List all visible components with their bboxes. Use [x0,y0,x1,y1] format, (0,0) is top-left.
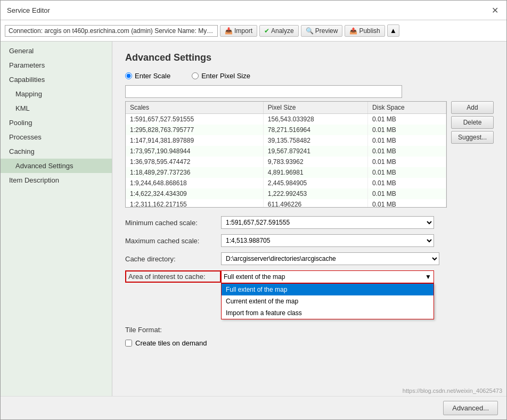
sidebar-item-capabilities[interactable]: Capabilities [1,72,112,87]
scale-cell: 1:18,489,297.737236 [126,167,263,178]
collapse-button[interactable]: ▲ [387,24,399,37]
col-scales: Scales [126,102,263,114]
disk-cell: 0.01 MB [368,135,446,146]
toolbar: Connection: arcgis on t460p.esrichina.co… [1,20,506,42]
pixel-cell: 156,543.033928 [263,114,367,125]
area-dropdown-chevron-icon: ▼ [425,273,431,281]
enter-pixel-option[interactable]: Enter Pixel Size [192,72,250,80]
suggest-button[interactable]: Suggest... [451,131,494,144]
cache-dir-label: Cache directory: [125,255,221,263]
sidebar-item-pooling[interactable]: Pooling [1,116,112,130]
table-row[interactable]: 1:18,489,297.737236 4,891.96981 0.01 MB [126,167,446,178]
table-row[interactable]: 1:295,828,763.795777 78,271.516964 0.01 … [126,125,446,135]
min-scale-row: Minimum cached scale: 1:591,657,527.5915… [125,216,494,229]
scale-cell: 1:147,914,381.897889 [126,135,263,146]
scale-cell: 1:73,957,190.948944 [126,146,263,157]
main-area: General Parameters Capabilities Mapping … [1,42,506,396]
area-of-interest-row: Area of interest to cache: Full extent o… [125,270,494,283]
area-of-interest-label: Area of interest to cache: [125,270,221,283]
content-area: Advanced Settings Enter Scale Enter Pixe… [112,42,506,396]
sidebar-item-parameters[interactable]: Parameters [1,58,112,72]
sidebar: General Parameters Capabilities Mapping … [1,42,112,396]
table-row[interactable]: 1:9,244,648.868618 2,445.984905 0.01 MB [126,178,446,188]
pixel-cell: 1,222.992453 [263,188,367,199]
preview-icon: 🔍 [306,27,314,35]
enter-scale-option[interactable]: Enter Scale [125,72,170,80]
min-scale-label: Minimum cached scale: [125,219,221,227]
sidebar-item-item-description[interactable]: Item Description [1,173,112,187]
pixel-cell: 611.496226 [263,199,367,208]
tile-format-label: Tile Format: [125,326,221,334]
connection-info: Connection: arcgis on t460p.esrichina.co… [5,25,218,37]
table-row[interactable]: 1:2,311,162.217155 611.496226 0.01 MB [126,199,446,208]
pixel-cell: 78,271.516964 [263,125,367,135]
add-button[interactable]: Add [451,101,494,114]
dropdown-option-current-extent[interactable]: Current extent of the map [222,295,434,307]
pixel-cell: 9,783.93962 [263,157,367,167]
import-icon: 📥 [225,27,233,35]
cache-dir-row: Cache directory: D:\arcgisserver\directo… [125,252,494,265]
create-tiles-label: Create tiles on demand [135,339,207,347]
analyze-icon: ✔ [264,27,269,35]
min-scale-select[interactable]: 1:591,657,527.591555 [221,216,434,229]
scales-table: Scales Pixel Size Disk Space 1:591,657,5… [126,102,446,208]
bottom-bar: Advanced... [1,396,506,419]
max-scale-select[interactable]: 1:4,513.988705 [221,234,434,247]
publish-button[interactable]: 📤 Publish [345,25,385,37]
cache-dir-select[interactable]: D:\arcgisserver\directories\arcgiscache [221,252,439,265]
dropdown-option-full-extent[interactable]: Full extent of the map [222,284,434,295]
pixel-cell: 2,445.984905 [263,178,367,188]
delete-button[interactable]: Delete [451,116,494,129]
dropdown-option-import-feature[interactable]: Import from a feature class [222,307,434,319]
sidebar-item-general[interactable]: General [1,44,112,58]
table-row[interactable]: 1:4,622,324.434309 1,222.992453 0.01 MB [126,188,446,199]
pixel-cell: 39,135.758482 [263,135,367,146]
sidebar-item-advanced-settings[interactable]: Advanced Settings [1,159,112,173]
area-dropdown-trigger[interactable]: Full extent of the map ▼ [221,270,434,283]
sidebar-item-kml[interactable]: KML [1,101,112,116]
disk-cell: 0.01 MB [368,114,446,125]
table-row[interactable]: 1:147,914,381.897889 39,135.758482 0.01 … [126,135,446,146]
tile-format-row: Tile Format: [125,326,494,334]
sidebar-item-mapping[interactable]: Mapping [1,87,112,101]
enter-scale-radio[interactable] [125,72,132,79]
create-tiles-row: Create tiles on demand [125,339,494,347]
watermark: https://blog.csdn.net/weixin_40625473 [403,388,502,394]
scales-table-container: Scales Pixel Size Disk Space 1:591,657,5… [125,101,494,208]
disk-cell: 0.01 MB [368,125,446,135]
pixel-cell: 4,891.96981 [263,167,367,178]
scale-cell: 1:295,828,763.795777 [126,125,263,135]
scale-input[interactable] [125,85,402,98]
close-button[interactable]: ✕ [489,5,500,15]
scales-table-wrapper: Scales Pixel Size Disk Space 1:591,657,5… [125,101,447,208]
enter-pixel-radio[interactable] [192,72,199,79]
table-row[interactable]: 1:36,978,595.474472 9,783.93962 0.01 MB [126,157,446,167]
window-title: Service Editor [7,6,50,14]
disk-cell: 0.01 MB [368,199,446,208]
title-bar: Service Editor ✕ [1,1,506,20]
sidebar-item-caching[interactable]: Caching [1,144,112,159]
table-buttons: Add Delete Suggest... [451,101,494,208]
scale-cell: 1:591,657,527.591555 [126,114,263,125]
table-row[interactable]: 1:73,957,190.948944 19,567.879241 0.01 M… [126,146,446,157]
area-dropdown-value: Full extent of the map [224,273,285,281]
max-scale-label: Maximum cached scale: [125,237,221,245]
max-scale-row: Maximum cached scale: 1:4,513.988705 [125,234,494,247]
preview-button[interactable]: 🔍 Preview [301,25,343,37]
col-pixel-size: Pixel Size [263,102,367,114]
disk-cell: 0.01 MB [368,178,446,188]
pixel-cell: 19,567.879241 [263,146,367,157]
import-button[interactable]: 📥 Import [220,25,257,37]
analyze-button[interactable]: ✔ Analyze [259,25,299,37]
sidebar-item-processes[interactable]: Processes [1,130,112,144]
create-tiles-checkbox[interactable] [125,340,132,347]
publish-icon: 📤 [349,27,357,35]
scale-options-row: Enter Scale Enter Pixel Size [125,72,494,80]
scale-cell: 1:2,311,162.217155 [126,199,263,208]
scale-cell: 1:4,622,324.434309 [126,188,263,199]
advanced-button[interactable]: Advanced... [443,401,498,415]
disk-cell: 0.01 MB [368,146,446,157]
service-editor-window: Service Editor ✕ Connection: arcgis on t… [0,0,507,420]
table-row[interactable]: 1:591,657,527.591555 156,543.033928 0.01… [126,114,446,125]
area-dropdown-container: Full extent of the map ▼ Full extent of … [221,270,434,283]
